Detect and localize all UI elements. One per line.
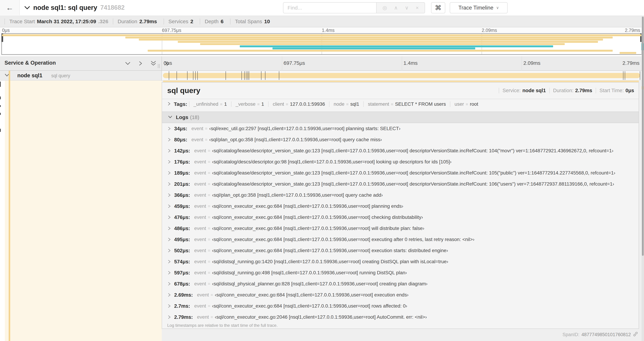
- log-field-value: ‹sql/catalog/descs/descriptor.go:98 [nsq…: [212, 159, 452, 165]
- command-icon: ⌘: [435, 4, 442, 12]
- tags-section-toggle[interactable]: Tags: _unfinished = 1 _verbose = 1: [162, 99, 639, 109]
- next-match-icon[interactable]: ∨: [405, 5, 409, 11]
- vertical-scrollbar[interactable]: [642, 16, 644, 341]
- span-color-indicator: [9, 71, 10, 81]
- trace-view-select[interactable]: Trace Timeline ∨: [450, 2, 508, 13]
- log-field-key: event: [194, 237, 206, 242]
- log-entry[interactable]: 597μs: event = ‹sql/distsql_running.go:4…: [162, 267, 639, 278]
- minimap-span: [178, 41, 598, 43]
- minimap-span: [139, 39, 603, 41]
- log-timestamp: 486μs:: [174, 226, 190, 231]
- log-timestamp: 201μs:: [174, 181, 190, 187]
- column-resize-grip[interactable]: [158, 64, 160, 68]
- log-field-value: ‹sql/plan_opt.go:358 [nsql1,client=127.0…: [209, 137, 382, 142]
- log-entry[interactable]: 189μs: event = ‹sql/catalog/lease/descri…: [162, 167, 639, 178]
- child-span-bar-partial[interactable]: [163, 81, 639, 82]
- summary-value: 2: [190, 19, 193, 25]
- log-field-value: ‹sql/plan_opt.go:358 [nsql1,client=127.0…: [212, 192, 383, 198]
- expand-one-level-icon[interactable]: [125, 61, 131, 66]
- scrollbar-thumb[interactable]: [642, 17, 644, 256]
- tag-item: node = sql1: [329, 101, 364, 107]
- log-entry[interactable]: 80μs: event = ‹sql/plan_opt.go:358 [nsql…: [162, 134, 639, 145]
- log-field-value: ‹sql/distsql_running.go:498 [nsql1,clien…: [212, 270, 407, 275]
- detail-overview: Service: node sql1 Duration: 2.79ms Star…: [499, 88, 634, 93]
- copy-link-icon[interactable]: [633, 331, 638, 338]
- log-tick-mark: [249, 71, 249, 80]
- summary-item: Duration 2.79ms: [113, 19, 164, 25]
- chevron-right-icon: [168, 271, 171, 275]
- log-entry[interactable]: 2.7ms: event = ‹sql/conn_executor_exec.g…: [162, 300, 639, 311]
- equals-sign: =: [208, 215, 210, 220]
- back-arrow-icon: ←: [6, 3, 14, 12]
- prev-match-icon[interactable]: ∧: [394, 5, 398, 11]
- tag-value: sql1: [350, 101, 359, 107]
- clear-find-icon[interactable]: ×: [416, 5, 419, 11]
- log-entry[interactable]: 502μs: event = ‹sql/conn_executor_exec.g…: [162, 245, 639, 256]
- overview-item: Start Time: 0μs: [596, 88, 634, 93]
- log-entry[interactable]: 459μs: event = ‹sql/conn_executor_exec.g…: [162, 201, 639, 212]
- back-button[interactable]: ←: [0, 0, 20, 15]
- find-controls: ◎ ∧ ∨ ×: [376, 2, 425, 13]
- log-timestamp: 2.79ms:: [174, 314, 193, 320]
- log-entry[interactable]: 476μs: event = ‹sql/conn_executor_exec.g…: [162, 212, 639, 223]
- overview-item: Service: node sql1: [499, 88, 549, 93]
- chevron-right-icon: [168, 138, 171, 142]
- log-field-key: event: [194, 248, 206, 253]
- span-operation-name[interactable]: sql query: [51, 73, 70, 79]
- summary-label: Total Spans: [235, 19, 262, 25]
- log-entry[interactable]: 678μs: event = ‹sql/distsql_physical_pla…: [162, 278, 639, 289]
- log-entry[interactable]: 366μs: event = ‹sql/plan_opt.go:358 [nsq…: [162, 190, 639, 201]
- log-entry[interactable]: 142μs: event = ‹sql/catalog/lease/descri…: [162, 145, 639, 156]
- locate-icon[interactable]: ◎: [382, 5, 387, 11]
- log-entry[interactable]: 2.79ms: event = ‹sql/conn_executor_exec.…: [162, 311, 639, 323]
- collapse-trace-chevron-icon[interactable]: [24, 6, 30, 10]
- chevron-down-icon: [168, 115, 172, 119]
- span-row-name-cell[interactable]: node sql1 sql query: [0, 71, 162, 81]
- log-field-key: event: [194, 159, 206, 165]
- chevron-down-icon: ∨: [496, 6, 499, 10]
- log-entry[interactable]: 486μs: event = ‹sql/conn_executor_exec.g…: [162, 223, 639, 234]
- minimap-tick-label: 0μs: [2, 28, 10, 33]
- log-field-key: event: [197, 292, 209, 298]
- span-duration-bar[interactable]: [163, 73, 640, 78]
- keyboard-shortcuts-button[interactable]: ⌘: [431, 2, 445, 13]
- span-service-name[interactable]: node sql1: [17, 72, 42, 79]
- log-entry[interactable]: 34μs: event = ‹sql/exec_util.go:2297 [ns…: [162, 123, 639, 134]
- span-row-timeline-cell: [162, 71, 642, 81]
- summary-value: March 31 2022, 17:25:09: [37, 19, 96, 25]
- log-entry[interactable]: 2.69ms: event = ‹sql/conn_executor_exec.…: [162, 289, 639, 300]
- log-field-key: event: [192, 137, 204, 142]
- log-entry[interactable]: 574μs: event = ‹sql/distsql_running.go:1…: [162, 256, 639, 267]
- detail-area: sql query Service: node sql1 Duration: 2…: [162, 81, 642, 341]
- span-color-strip: [9, 81, 10, 341]
- minimap-tick-label: 1.4ms: [322, 28, 335, 33]
- log-tick-mark: [246, 71, 246, 80]
- chevron-right-icon: [168, 171, 171, 175]
- log-tick-mark: [176, 71, 177, 80]
- log-tick-mark: [226, 71, 226, 80]
- equals-sign: =: [208, 259, 210, 264]
- chevron-right-icon: [168, 204, 171, 208]
- log-field-key: event: [194, 303, 206, 309]
- overview-value: node sql1: [522, 88, 546, 93]
- log-tick-mark: [640, 71, 640, 80]
- log-entry[interactable]: 495μs: event = ‹sql/conn_executor_exec.g…: [162, 234, 639, 245]
- span-detail-panel: sql query Service: node sql1 Duration: 2…: [162, 82, 639, 329]
- equals-sign: =: [208, 204, 210, 209]
- find-input[interactable]: [283, 2, 376, 13]
- log-field-value: ‹sql/catalog/lease/descriptor_version_st…: [212, 170, 615, 176]
- log-entry[interactable]: 176μs: event = ‹sql/catalog/descs/descri…: [162, 156, 639, 167]
- expand-all-icon[interactable]: [150, 61, 156, 66]
- equals-sign: =: [208, 303, 210, 308]
- minimap-span: [125, 37, 613, 39]
- overview-label: Service:: [502, 88, 521, 93]
- collapse-one-level-icon[interactable]: [138, 61, 143, 66]
- minimap-span: [200, 43, 565, 45]
- chevron-right-icon: [168, 315, 171, 319]
- minimap-tick-label: 2.09ms: [482, 28, 497, 33]
- logs-section-toggle[interactable]: Logs (18): [162, 112, 639, 123]
- minimap-canvas[interactable]: [2, 33, 642, 55]
- summary-label: Duration: [118, 19, 137, 25]
- log-entry[interactable]: 201μs: event = ‹sql/catalog/lease/descri…: [162, 178, 639, 190]
- log-timestamp: 2.7ms:: [174, 303, 190, 309]
